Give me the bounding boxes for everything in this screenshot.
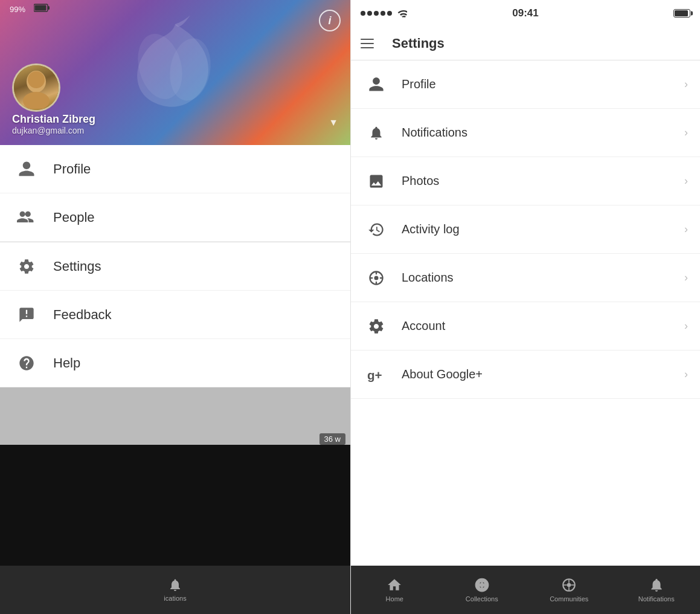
bell-icon-left xyxy=(168,578,182,592)
communities-icon xyxy=(561,577,577,593)
battery-tip xyxy=(691,11,693,16)
svg-text:g+: g+ xyxy=(367,367,382,381)
ios-status-bar: 09:41 xyxy=(351,0,700,27)
svg-point-9 xyxy=(374,276,379,280)
feedback-icon xyxy=(14,303,39,327)
tab-collections[interactable]: Collections xyxy=(438,566,526,614)
left-content-area: 36 w xyxy=(0,387,350,566)
chevron-right-notifications: › xyxy=(684,126,688,139)
cover-area: 99% i Christian Zibreg dujkan@gmail xyxy=(0,0,350,145)
svg-rect-3 xyxy=(35,5,47,11)
settings-photos-label: Photos xyxy=(402,174,684,188)
settings-item-account[interactable]: Account › xyxy=(351,302,700,351)
notifications-bell-icon xyxy=(363,120,390,146)
settings-item-locations[interactable]: Locations › xyxy=(351,254,700,302)
signal-dot-3 xyxy=(374,11,379,16)
left-battery-icon xyxy=(34,4,50,12)
battery-fill xyxy=(675,10,688,16)
svg-rect-6 xyxy=(23,92,50,109)
profile-person-icon xyxy=(363,71,390,98)
svg-rect-4 xyxy=(48,6,50,10)
right-panel: 09:41 Settings Profile › xyxy=(350,0,700,614)
chevron-right-photos: › xyxy=(684,175,688,187)
nav-item-people[interactable]: People xyxy=(0,193,350,242)
settings-item-about[interactable]: g+ About Google+ › xyxy=(351,351,700,399)
help-icon xyxy=(14,351,39,375)
settings-item-notifications[interactable]: Notifications › xyxy=(351,109,700,157)
settings-activity-log-label: Activity log xyxy=(402,222,684,236)
people-icon xyxy=(14,205,39,230)
settings-profile-label: Profile xyxy=(402,77,684,91)
tab-home-label: Home xyxy=(386,595,403,603)
tab-communities-label: Communities xyxy=(550,595,588,603)
settings-header: Settings xyxy=(351,27,700,60)
left-nav-section: Profile People Settings xyxy=(0,145,350,566)
left-panel: 99% i Christian Zibreg dujkan@gmail xyxy=(0,0,350,614)
nav-feedback-label: Feedback xyxy=(53,307,112,323)
settings-locations-label: Locations xyxy=(402,271,684,285)
info-icon[interactable]: i xyxy=(319,10,341,31)
nav-people-label: People xyxy=(53,210,95,225)
collections-icon xyxy=(474,577,490,593)
battery-area xyxy=(671,9,690,18)
person-icon xyxy=(14,157,39,181)
left-tab-notifications[interactable]: ications xyxy=(0,566,350,614)
chevron-right-about: › xyxy=(684,368,688,381)
timestamp-badge: 36 w xyxy=(319,433,345,445)
home-icon xyxy=(387,577,402,593)
battery-icon xyxy=(673,9,690,18)
signal-dot-2 xyxy=(367,11,372,16)
status-time: 09:41 xyxy=(512,7,538,19)
bottom-tab-bar: Home Collections xyxy=(351,566,700,614)
nav-item-settings[interactable]: Settings xyxy=(0,242,350,291)
nav-settings-label: Settings xyxy=(53,259,101,274)
nav-item-feedback[interactable]: Feedback xyxy=(0,291,350,339)
signal-dot-4 xyxy=(381,11,385,16)
settings-item-profile[interactable]: Profile › xyxy=(351,60,700,109)
dropdown-arrow-icon[interactable]: ▼ xyxy=(329,117,338,128)
nav-item-profile[interactable]: Profile xyxy=(0,145,350,193)
wifi-icon xyxy=(397,9,407,18)
left-bottom-bar: ications xyxy=(0,566,350,614)
user-name: Christian Zibreg xyxy=(12,113,95,126)
chevron-right-locations: › xyxy=(684,271,688,284)
bell-icon-tab xyxy=(649,577,664,593)
settings-item-activity-log[interactable]: Activity log › xyxy=(351,205,700,254)
hamburger-line-1 xyxy=(361,39,374,40)
signal-dot-1 xyxy=(361,11,365,16)
nav-profile-label: Profile xyxy=(53,161,91,177)
account-gear-icon xyxy=(363,313,390,340)
chevron-right-profile: › xyxy=(684,78,688,91)
locations-icon xyxy=(363,265,390,291)
settings-list: Profile › Notifications › Photos › xyxy=(351,60,700,566)
settings-account-label: Account xyxy=(402,319,684,333)
hamburger-button[interactable] xyxy=(361,31,385,56)
hamburger-line-2 xyxy=(361,43,374,44)
chevron-right-account: › xyxy=(684,320,688,332)
tab-notifications[interactable]: Notifications xyxy=(613,566,701,614)
nav-item-help[interactable]: Help xyxy=(0,339,350,387)
settings-item-photos[interactable]: Photos › xyxy=(351,157,700,205)
tab-communities[interactable]: Communities xyxy=(525,566,613,614)
signal-area xyxy=(361,9,407,18)
apple-logo-watermark xyxy=(115,12,236,133)
left-tab-notifications-label: ications xyxy=(164,595,186,602)
settings-notifications-label: Notifications xyxy=(402,126,684,140)
left-battery-percent: 99% xyxy=(10,5,25,14)
user-email: dujkan@gmail.com xyxy=(12,126,95,135)
avatar xyxy=(12,63,60,112)
svg-point-7 xyxy=(28,71,45,88)
activity-log-history-icon xyxy=(363,216,390,243)
tab-home[interactable]: Home xyxy=(351,566,438,614)
tab-notifications-label: Notifications xyxy=(638,595,675,603)
settings-title: Settings xyxy=(392,36,445,51)
hamburger-line-3 xyxy=(361,47,374,48)
signal-dot-5 xyxy=(387,11,392,16)
avatar-image xyxy=(14,65,59,110)
user-info: Christian Zibreg dujkan@gmail.com xyxy=(12,113,95,135)
chevron-right-activity: › xyxy=(684,223,688,236)
google-plus-icon: g+ xyxy=(363,361,390,388)
tab-collections-label: Collections xyxy=(466,595,498,603)
nav-help-label: Help xyxy=(53,355,80,371)
settings-gear-icon xyxy=(14,254,39,279)
